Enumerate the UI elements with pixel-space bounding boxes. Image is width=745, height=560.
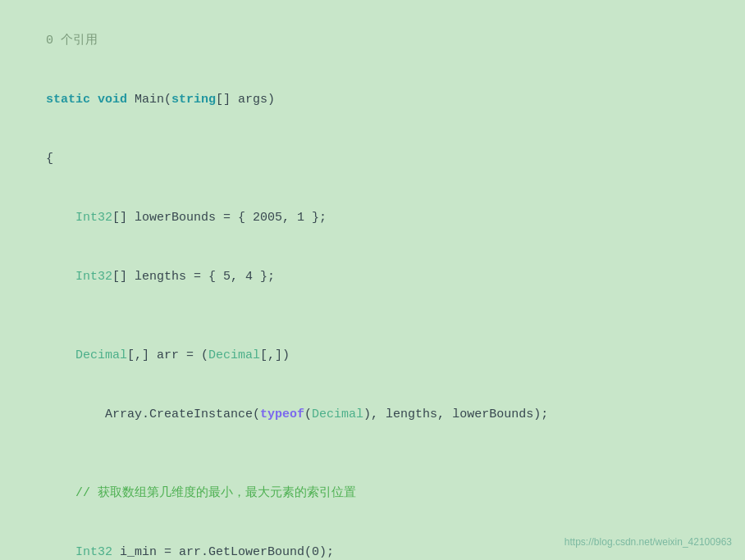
code-line-1: 0 个引用 — [16, 11, 729, 71]
code-line-10: // 获取数组第几维度的最小，最大元素的索引位置 — [16, 464, 729, 523]
type-decimal-2: Decimal — [208, 348, 260, 362]
code-line-6 — [16, 307, 729, 326]
type-int32-2: Int32 — [75, 270, 112, 284]
code-line-2: static void Main(string[] args) — [16, 71, 729, 130]
code-line-9 — [16, 444, 729, 464]
code-line-8: Array.CreateInstance(typeof(Decimal), le… — [16, 385, 729, 444]
code-line-5: Int32[] lengths = { 5, 4 }; — [16, 248, 729, 307]
code-line-7: Decimal[,] arr = (Decimal[,]) — [16, 326, 729, 385]
code-line-3: { — [16, 130, 729, 189]
code-container: 0 个引用 static void Main(string[] args) { … — [0, 0, 745, 560]
type-decimal: Decimal — [75, 348, 127, 362]
keyword-string: string — [171, 93, 216, 107]
type-decimal-3: Decimal — [312, 407, 363, 421]
comment-line: // 获取数组第几维度的最小，最大元素的索引位置 — [75, 486, 356, 500]
comment-ref: 0 个引用 — [46, 34, 98, 48]
keyword-void: void — [98, 93, 127, 107]
type-int32: Int32 — [75, 211, 112, 225]
keyword-static: static — [46, 93, 90, 107]
type-int32-3: Int32 — [75, 545, 112, 559]
code-line-4: Int32[] lowerBounds = { 2005, 1 }; — [16, 189, 729, 248]
keyword-typeof: typeof — [260, 407, 304, 421]
watermark: https://blog.csdn.net/weixin_42100963 — [564, 535, 732, 550]
